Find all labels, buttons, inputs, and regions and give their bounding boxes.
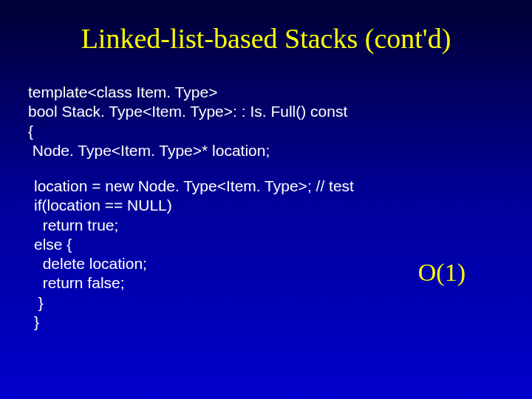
code-line: } (34, 313, 39, 330)
code-line: template<class Item. Type> (28, 83, 217, 100)
complexity-label: O(1) (418, 259, 466, 287)
code-block-2: location = new Node. Type<Item. Type>; /… (0, 160, 532, 332)
code-line: delete location; (34, 255, 147, 272)
code-line: location = new Node. Type<Item. Type>; /… (34, 177, 354, 194)
code-line: } (34, 294, 44, 311)
code-line: return true; (34, 216, 118, 233)
code-line: bool Stack. Type<Item. Type>: : Is. Full… (28, 103, 347, 120)
code-line: if(location == NULL) (34, 197, 172, 214)
code-block-1: template<class Item. Type> bool Stack. T… (0, 69, 532, 160)
code-line: Node. Type<Item. Type>* location; (28, 142, 270, 159)
code-line: { (28, 123, 33, 140)
slide-title: Linked-list-based Stacks (cont'd) (0, 0, 532, 69)
code-line: else { (34, 236, 72, 253)
code-line: return false; (34, 274, 125, 291)
